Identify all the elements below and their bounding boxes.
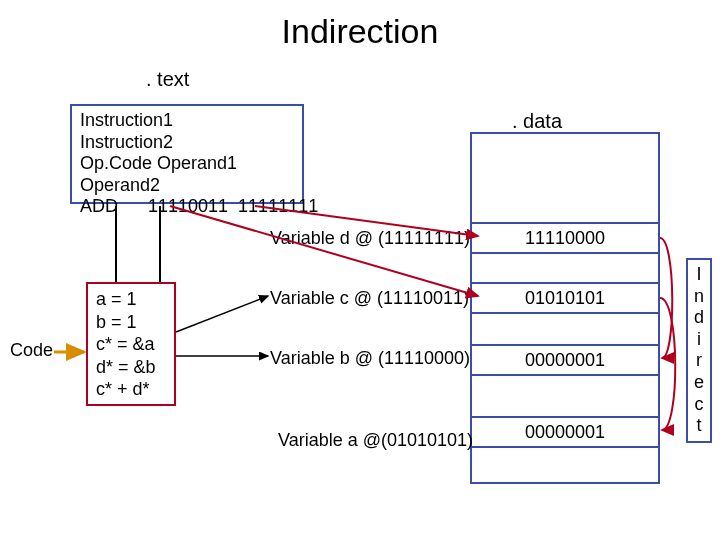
code-line: c* + d* — [96, 378, 166, 401]
code-line: c* = &a — [96, 333, 166, 356]
arrow-op1-to-c — [170, 206, 478, 296]
indirect-char: I — [688, 264, 710, 286]
memory-cell-a: 00000001 — [470, 416, 660, 448]
memory-cell-c: 01010101 — [470, 282, 660, 314]
code-line: b = 1 — [96, 311, 166, 334]
code-label: Code — [10, 340, 53, 361]
arrow-c-to-a — [660, 298, 675, 430]
var-label-a: Variable a @(01010101) — [278, 430, 473, 451]
indirect-char: d — [688, 307, 710, 329]
instruction-line: Instruction2 — [80, 132, 294, 154]
indirect-char: t — [688, 415, 710, 437]
var-label-d: Variable d @ (11111111) — [270, 228, 470, 249]
indirect-char: e — [688, 372, 710, 394]
code-line: a = 1 — [96, 288, 166, 311]
indirect-char: i — [688, 329, 710, 351]
indirect-vertical-label: I n d i r e c t — [686, 258, 712, 443]
var-label-c: Variable c @ (11110011) — [270, 288, 469, 309]
arrow-code-to-c — [176, 296, 268, 332]
memory-cell-b: 00000001 — [470, 344, 660, 376]
memory-cell-d: 11110000 — [470, 222, 660, 254]
instruction-box: Instruction1 Instruction2 Op.Code Operan… — [70, 104, 304, 204]
code-box: a = 1 b = 1 c* = &a d* = &b c* + d* — [86, 282, 176, 406]
arrow-d-to-b — [660, 238, 672, 358]
indirect-char: c — [688, 394, 710, 416]
instruction-line: ADD 11110011 11111111 — [80, 196, 294, 218]
instruction-line: Instruction1 — [80, 110, 294, 132]
indirect-char: r — [688, 350, 710, 372]
section-label-data: . data — [512, 110, 562, 133]
code-line: d* = &b — [96, 356, 166, 379]
section-label-text: . text — [146, 68, 189, 91]
indirect-char: n — [688, 286, 710, 308]
instruction-line: Op.Code Operand1 Operand2 — [80, 153, 294, 196]
var-label-b: Variable b @ (11110000) — [270, 348, 470, 369]
page-title: Indirection — [0, 12, 720, 51]
